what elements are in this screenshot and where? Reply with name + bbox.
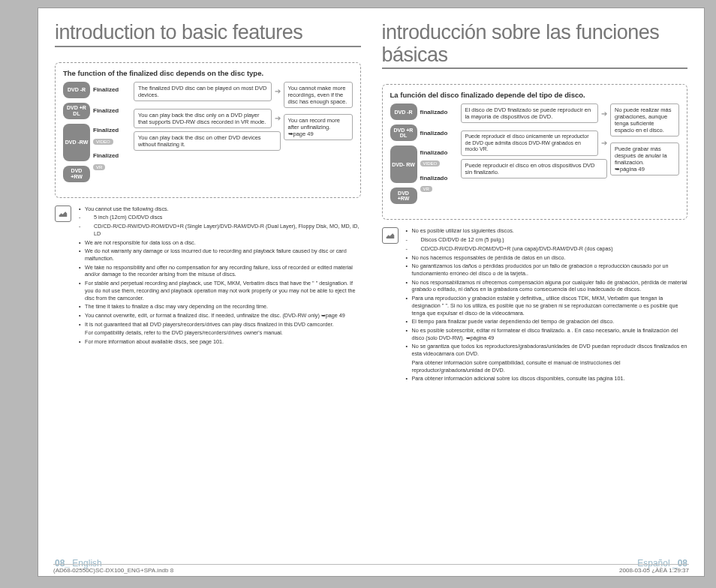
notes-left: You cannot use the following discs. 5 in…: [55, 206, 361, 347]
pill-dvd-rw: DVD- RW: [390, 146, 417, 183]
note: No se garantiza que todos los reproducto…: [405, 343, 688, 357]
fin-spacer: [420, 196, 458, 213]
note: No nos hacemos responsables de pérdida d…: [405, 254, 688, 262]
note: Para una reproducción y grabación establ…: [405, 295, 688, 316]
note: For more information about available dis…: [77, 338, 361, 346]
note: We do not warranty any damage or loss in…: [77, 248, 361, 262]
page-content: introduction to basic features The funct…: [55, 22, 687, 568]
fin-3: finalizado: [420, 146, 458, 159]
fin-3: Finalized: [93, 124, 131, 137]
note: No garantizamos los daños o pérdidas pro…: [405, 262, 688, 277]
pill-dvd-prw: DVD +RW: [63, 166, 90, 182]
print-footer: (AD68-02550C)SC-DX100_ENG+SPA.indb 8 200…: [53, 564, 689, 574]
side-unfin-text: Puede grabar más después de anular la fi…: [615, 146, 667, 166]
side-unfin-ref: ➥page 49: [288, 130, 314, 137]
side-info-col: No puede realizar más grabaciones, aunqu…: [610, 104, 679, 213]
info-play-most: El disco de DVD finalizado se puede repr…: [461, 104, 599, 123]
side-unfinalize: You can record more after unfinalizing. …: [284, 114, 353, 140]
fin-spacer: [93, 175, 131, 191]
side-unfinalize: Puede grabar más después de anular la fi…: [610, 142, 679, 176]
box-title-left: The function of the finalized disc depen…: [63, 69, 353, 77]
tag-vr: VR: [420, 186, 432, 192]
right-column: introducción sobre las funciones básicas…: [382, 22, 688, 531]
pill-dvd-rdl: DVD +R DL: [390, 124, 417, 141]
mid-info-col: The finalized DVD disc can be played on …: [134, 82, 281, 191]
mid-info-col: El disco de DVD finalizado se puede repr…: [461, 104, 608, 213]
note: Discos CD/DVD de 12 cm (5 pulg.): [405, 236, 688, 244]
note: Para obtener información sobre compatibi…: [405, 359, 688, 374]
note: CD/CD-R/CD-RW/DVD-ROM/DVD+R (Single Laye…: [77, 223, 361, 237]
footer-timestamp: 2008-03-05 ¿ÀÈÄ 1:29:37: [619, 567, 689, 574]
note: The time it takes to finalize a disc may…: [77, 303, 361, 310]
disc-pill-col: DVD -R DVD +R DL DVD -RW DVD +RW: [63, 82, 90, 191]
heading-left: introduction to basic features: [55, 22, 361, 47]
info-vr-only: You can play back the disc only on a DVD…: [134, 109, 272, 128]
notes-list-right: No es posible utilizar los siguientes di…: [405, 227, 688, 384]
note: El tiempo para finalizar puede variar de…: [405, 318, 688, 326]
fin-4: Finalized: [93, 149, 131, 163]
finalized-col: Finalized Finalized Finalized VIDEO Fina…: [93, 82, 131, 191]
pill-dvd-rw: DVD -RW: [63, 124, 90, 161]
diagram-right: DVD -R DVD +R DL DVD- RW DVD +RW finaliz…: [390, 104, 680, 213]
note: You cannot overwrite, edit, or format a …: [77, 312, 361, 320]
note: For compatibility details, refer to the …: [77, 329, 361, 337]
diagram-left: DVD -R DVD +R DL DVD -RW DVD +RW Finaliz…: [63, 82, 353, 191]
pill-dvd-rdl: DVD +R DL: [63, 103, 90, 119]
footer-file: (AD68-02550C)SC-DX100_ENG+SPA.indb 8: [53, 567, 173, 574]
pill-dvd-r: DVD -R: [63, 82, 90, 98]
info-vr-only: Puede reproducir el disco únicamente un …: [461, 130, 599, 155]
tag-video: VIDEO: [93, 139, 113, 145]
box-title-right: La función del disco finalizado depende …: [390, 91, 680, 99]
info-no-finalize: Puede reproducir el disco en otros dispo…: [461, 159, 608, 178]
notes-list-left: You cannot use the following discs. 5 in…: [77, 206, 361, 347]
note: You cannot use the following discs.: [77, 206, 361, 213]
pill-dvd-r: DVD -R: [390, 104, 417, 120]
side-no-record: You cannot make more recordings, even if…: [284, 82, 353, 108]
disc-box-left: The function of the finalized disc depen…: [55, 62, 361, 198]
finalized-col: finalizado finalizado finalizado VIDEO f…: [420, 104, 458, 213]
info-no-finalize: You can play back the disc on other DVD …: [134, 131, 281, 151]
side-unfin-ref: ➥página 49: [615, 166, 645, 172]
fin-2: Finalized: [93, 103, 131, 119]
note: CD/CD-R/CD-RW/DVD-ROM/DVD+R (una capa)/D…: [405, 245, 688, 253]
note-icon: [55, 206, 71, 222]
note: No es posible utilizar los siguientes di…: [405, 227, 688, 235]
note: No nos responsabilizamos ni ofrecemos co…: [405, 279, 688, 293]
arrow-icon: ➔: [601, 139, 607, 147]
fin-2: finalizado: [420, 124, 458, 141]
note: For stable and perpetual recording and p…: [77, 280, 361, 302]
info-play-most: The finalized DVD disc can be played on …: [134, 82, 272, 101]
arrow-icon: ➔: [275, 87, 281, 95]
side-info-col: You cannot make more recordings, even if…: [284, 82, 353, 191]
note-icon: [382, 227, 399, 244]
note: Para obtener información adicional sobre…: [405, 375, 688, 382]
side-no-record: No puede realizar más grabaciones, aunqu…: [610, 104, 679, 136]
notes-right: No es posible utilizar los siguientes di…: [382, 227, 688, 384]
fin-1: finalizado: [420, 104, 458, 120]
tag-video: VIDEO: [420, 160, 441, 166]
left-column: introduction to basic features The funct…: [55, 22, 361, 531]
tag-vr: VR: [93, 164, 105, 170]
note: We are not responsible for data loss on …: [77, 239, 361, 247]
fin-1: Finalized: [93, 82, 131, 98]
side-unfin-text: You can record more after unfinalizing.: [288, 117, 340, 130]
note: No es posible sobrescribir, editar ni fo…: [405, 327, 688, 341]
arrow-icon: ➔: [275, 114, 281, 122]
disc-pill-col: DVD -R DVD +R DL DVD- RW DVD +RW: [390, 104, 417, 213]
page: introduction to basic features The funct…: [38, 8, 705, 577]
disc-box-right: La función del disco finalizado depende …: [382, 84, 688, 220]
note: It is not guaranteed that all DVD player…: [77, 321, 361, 328]
note: We take no responsibility and offer no c…: [77, 264, 361, 278]
columns: introduction to basic features The funct…: [55, 22, 687, 531]
fin-4: finalizado: [420, 171, 458, 184]
arrow-icon: ➔: [601, 110, 607, 118]
pill-dvd-prw: DVD +RW: [390, 188, 417, 204]
note: 5 inch (12cm) CD/DVD discs: [77, 214, 361, 221]
heading-right: introducción sobre las funciones básicas: [382, 22, 688, 69]
